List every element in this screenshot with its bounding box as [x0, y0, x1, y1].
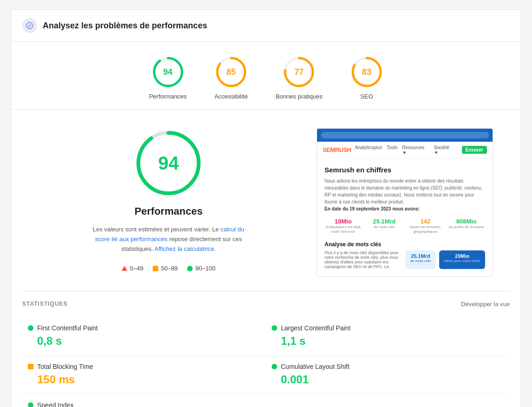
big-score-value: 94	[158, 153, 179, 174]
screenshot-stat-1: 25.1Mrd de mots clés	[366, 218, 403, 235]
statistics-title: STATISTIQUES	[22, 301, 68, 307]
header-icon	[22, 18, 37, 33]
stat-item-cls: Cumulative Layout Shift 0.001	[266, 355, 510, 394]
stat-dot-lcp	[272, 325, 277, 331]
screenshot-nav-items: Analyticsplus Tools Resources ▼ Société …	[355, 145, 454, 155]
stat-value-lcp: 1,1 s	[281, 335, 504, 348]
left-panel: 94 Performances Les valeurs sont estimée…	[39, 128, 298, 272]
statistics-section: STATISTIQUES Développer la vue First Con…	[11, 291, 521, 407]
screenshot-stat-3: 808Mio de profils de domaine	[448, 218, 486, 235]
stat-name-tbt: Total Blocking Time	[37, 363, 93, 370]
stat-item-tbt: Total Blocking Time 150 ms	[22, 355, 266, 394]
main-container: Analysez les problèmes de performances 9…	[11, 9, 521, 407]
screenshot-pill-1: 25.1Mrd de mots clés	[405, 250, 435, 269]
page-header: Analysez les problèmes de performances	[11, 10, 521, 42]
score-summary: 94 Performances 85 Accessibilité 7	[11, 42, 521, 110]
screenshot-stats: 10Mio d'utilisateurs ont déjà testé Semr…	[324, 218, 485, 235]
stat-header-tbt: Total Blocking Time	[28, 363, 260, 370]
stat-name-fcp: First Contentful Paint	[37, 324, 98, 332]
score-item-bonnes-pratiques: 77 Bonnes pratiques	[276, 56, 323, 100]
score-value-bonnes-pratiques: 77	[294, 67, 304, 77]
stat-dot-fcp	[28, 325, 33, 331]
legend: 0–49 50–89 90–100	[122, 265, 215, 272]
right-panel: SEMRUSH Analyticsplus Tools Resources ▼ …	[317, 128, 493, 277]
legend-item-good: 90–100	[187, 265, 215, 272]
stat-item-si: Speed Index 1,1 s	[22, 394, 266, 407]
screenshot-logo: SEMRUSH	[323, 146, 351, 153]
stat-name-si: Speed Index	[37, 401, 74, 407]
legend-range-medium: 50–89	[161, 265, 178, 272]
pill2-value: 20Mio	[444, 253, 480, 259]
stat-dot-si	[28, 402, 33, 407]
screenshot-section-title: Semrush en chiffres	[324, 166, 485, 174]
score-circle-bonnes-pratiques: 77	[283, 56, 315, 88]
screenshot-url-bar	[321, 132, 489, 138]
stat-header-cls: Cumulative Layout Shift	[272, 363, 504, 370]
pill1-value: 25.1Mrd	[410, 253, 431, 259]
statistics-header: STATISTIQUES Développer la vue	[22, 301, 510, 308]
stat-label-3: de profils de domaine	[448, 225, 486, 230]
screenshot-browser-bar	[317, 129, 493, 142]
score-item-accessibilite: 85 Accessibilité	[214, 56, 248, 100]
expand-button[interactable]: Développer la vue	[461, 301, 510, 308]
score-circle-seo: 83	[350, 56, 383, 88]
screenshot-preview: SEMRUSH Analyticsplus Tools Resources ▼ …	[317, 128, 493, 277]
legend-circle-icon	[187, 266, 193, 271]
stat-dot-tbt	[28, 364, 33, 369]
main-content: 94 Performances Les valeurs sont estimée…	[11, 110, 521, 291]
score-label-accessibilite: Accessibilité	[214, 93, 248, 100]
screenshot-pill-2: 20Mio idées pour votre niche	[439, 250, 485, 269]
screenshot-bottom-text: Plus il y a de mots clés disponibles pou…	[324, 250, 402, 269]
stat-value-2: 142	[407, 218, 444, 225]
stat-value-0: 10Mio	[324, 218, 362, 225]
stat-name-lcp: Largest Contentful Paint	[281, 324, 350, 332]
stat-value-tbt: 150 ms	[37, 373, 260, 386]
score-item-performances: 94 Performances	[149, 56, 187, 100]
score-label-seo: SEO	[360, 93, 373, 100]
score-value-accessibilite: 85	[227, 67, 236, 77]
stat-label-0: d'utilisateurs ont déjà testé Semrush	[324, 225, 362, 235]
legend-range-bad: 0–49	[130, 265, 143, 272]
stat-label-2: bases de données géographiques	[407, 225, 444, 235]
legend-range-good: 90–100	[195, 265, 215, 272]
screenshot-body-text: Nous aidons les entreprises du monde ent…	[324, 177, 485, 212]
stat-dot-cls	[272, 364, 277, 369]
score-label-bonnes-pratiques: Bonnes pratiques	[276, 93, 323, 100]
pill2-label: idées pour votre niche	[444, 259, 480, 263]
screenshot-bottom: Plus il y a de mots clés disponibles pou…	[324, 250, 485, 269]
page-title: Analysez les problèmes de performances	[43, 21, 207, 31]
stat-header-si: Speed Index	[28, 401, 260, 407]
screenshot-cta-button: Essayer	[462, 146, 487, 154]
score-circle-accessibilite: 85	[215, 56, 247, 88]
score-item-seo: 83 SEO	[350, 56, 383, 100]
stat-value-cls: 0.001	[281, 373, 504, 386]
screenshot-stat-2: 142 bases de données géographiques	[407, 218, 444, 235]
pill1-label: de mots clés	[410, 259, 431, 263]
screenshot-bottom-title: Analyse de mots clés	[324, 241, 485, 248]
stat-value-3: 808Mio	[448, 218, 486, 225]
stat-value-1: 25.1Mrd	[366, 218, 403, 225]
info-text: Les valeurs sont estimées et peuvent var…	[90, 225, 247, 254]
calculator-link[interactable]: Affichez la calculatrice	[155, 245, 214, 252]
stats-grid: First Contentful Paint 0,8 s Largest Con…	[22, 317, 510, 407]
performances-label: Performances	[135, 205, 203, 217]
legend-item-bad: 0–49	[122, 265, 143, 272]
score-label-performances: Performances	[149, 93, 187, 100]
stat-item-fcp: First Contentful Paint 0,8 s	[22, 317, 266, 355]
legend-item-medium: 50–89	[153, 265, 178, 272]
score-value-performances: 94	[163, 67, 173, 77]
score-value-seo: 83	[362, 67, 371, 77]
big-score-circle: 94	[134, 128, 203, 198]
score-circle-performances: 94	[152, 56, 184, 88]
screenshot-content: Semrush en chiffres Nous aidons les entr…	[317, 158, 493, 276]
stat-label-1: de mots clés	[366, 225, 403, 230]
legend-triangle-icon	[122, 266, 127, 271]
stat-item-lcp: Largest Contentful Paint 1,1 s	[266, 317, 510, 355]
legend-square-icon	[153, 266, 158, 271]
svg-point-0	[26, 22, 33, 29]
stat-header-fcp: First Contentful Paint	[28, 324, 260, 332]
screenshot-nav: SEMRUSH Analyticsplus Tools Resources ▼ …	[317, 142, 493, 158]
stat-header-lcp: Largest Contentful Paint	[272, 324, 504, 332]
stat-value-fcp: 0,8 s	[37, 335, 260, 348]
stat-name-cls: Cumulative Layout Shift	[281, 363, 350, 370]
